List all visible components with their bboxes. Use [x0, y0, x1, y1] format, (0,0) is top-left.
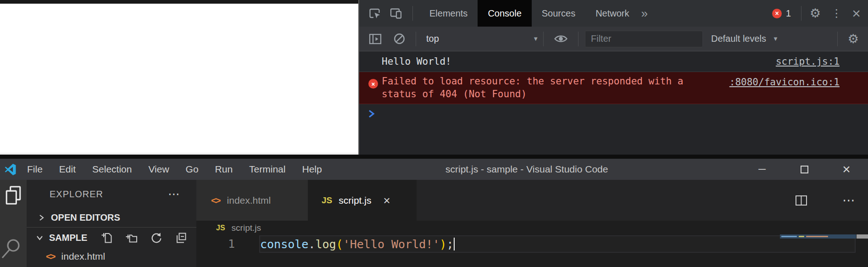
error-icon: × — [368, 79, 378, 89]
new-file-icon[interactable] — [100, 232, 113, 245]
minimap[interactable] — [780, 234, 856, 239]
console-prompt[interactable] — [359, 104, 868, 120]
devtools-settings-gear-icon[interactable]: ⚙ — [810, 6, 821, 21]
menu-run[interactable]: Run — [207, 159, 241, 180]
editor-actions: ⋯ — [795, 180, 868, 221]
console-settings-gear-icon[interactable]: ⚙ — [848, 32, 859, 46]
vscode-titlebar: File Edit Selection View Go Run Terminal… — [0, 159, 868, 180]
code-token: console — [260, 238, 308, 251]
tab-console[interactable]: Console — [478, 0, 531, 27]
vscode-logo-icon — [5, 164, 16, 175]
search-icon[interactable] — [1, 238, 22, 260]
devtools-close-icon[interactable]: × — [852, 6, 861, 21]
screen: Elements Console Sources Network » × 1 ⚙… — [0, 0, 868, 267]
section-label: OPEN EDITORS — [51, 212, 120, 223]
clear-console-icon[interactable] — [393, 33, 406, 45]
code-token: ; — [446, 238, 453, 251]
sidebar-title: EXPLORER — [50, 189, 103, 200]
menu-view[interactable]: View — [140, 159, 177, 180]
code-area[interactable]: 1 console.log('Hello World!'); — [196, 235, 868, 267]
chevron-down-icon — [36, 234, 44, 242]
divider — [801, 6, 801, 21]
vscode-body: EXPLORER ⋯ OPEN EDITORS SAMPLE — [0, 180, 868, 267]
error-badge-icon[interactable]: × — [772, 9, 782, 18]
devtools-menu-kebab-icon[interactable]: ⋮ — [831, 7, 842, 20]
new-folder-icon[interactable] — [125, 232, 138, 245]
code-token: log — [315, 238, 336, 251]
code-line-1[interactable]: console.log('Hello World!'); — [260, 235, 455, 253]
inspect-element-icon[interactable] — [368, 7, 381, 20]
tab-index-html[interactable]: <> index.html — [196, 180, 308, 221]
live-expression-eye-icon[interactable] — [554, 34, 568, 44]
source-link-favicon[interactable]: :8080/favicon.ico:1 — [729, 77, 840, 88]
editor-more-actions-icon[interactable]: ⋯ — [842, 193, 855, 208]
javascript-context-selector[interactable]: top ▼ — [416, 27, 543, 51]
console-sidebar-toggle-icon[interactable] — [368, 33, 382, 45]
window-controls: ─ × — [741, 159, 868, 180]
html-file-icon: <> — [211, 195, 221, 206]
tab-script-js[interactable]: JS script.js × — [308, 180, 417, 221]
console-messages-area[interactable]: Hello World! script.js:1 × Failed to loa… — [359, 51, 868, 155]
divider — [412, 6, 413, 21]
divider — [543, 32, 544, 46]
tab-sources[interactable]: Sources — [532, 0, 585, 27]
source-link-script-js[interactable]: script.js:1 — [776, 56, 840, 67]
explorer-actions — [100, 232, 187, 245]
code-token: ) — [440, 238, 446, 251]
code-token: ( — [336, 238, 343, 251]
tab-label: index.html — [227, 195, 271, 206]
window-gap — [0, 155, 868, 159]
menu-file[interactable]: File — [19, 159, 51, 180]
divider — [578, 32, 579, 46]
divider — [837, 32, 838, 46]
section-open-editors[interactable]: OPEN EDITORS — [27, 208, 196, 227]
console-log-text: Hello World! — [382, 56, 451, 67]
explorer-files-icon[interactable] — [5, 185, 22, 206]
split-editor-icon[interactable] — [795, 195, 807, 206]
explorer-sidebar: EXPLORER ⋯ OPEN EDITORS SAMPLE — [27, 180, 196, 267]
chevron-down-icon: ▼ — [533, 35, 539, 42]
log-levels-value: Default levels — [711, 33, 766, 44]
minimap-code-mark — [799, 236, 804, 237]
menu-help[interactable]: Help — [294, 159, 330, 180]
menu-selection[interactable]: Selection — [84, 159, 140, 180]
file-item-index-html[interactable]: <> index.html — [27, 248, 196, 265]
browser-window-top-edge — [0, 0, 358, 4]
console-error-row: × Failed to load resource: the server re… — [359, 72, 868, 104]
tab-close-icon[interactable]: × — [383, 195, 390, 206]
menu-terminal[interactable]: Terminal — [241, 159, 294, 180]
close-button[interactable]: × — [825, 159, 868, 180]
section-sample[interactable]: SAMPLE — [27, 228, 196, 248]
tab-network[interactable]: Network — [585, 0, 639, 27]
sidebar-more-actions-icon[interactable]: ⋯ — [168, 187, 180, 201]
collapse-folders-icon[interactable] — [174, 232, 187, 245]
vscode-window: File Edit Selection View Go Run Terminal… — [0, 159, 868, 267]
text-cursor — [454, 238, 455, 250]
window-title: script.js - sample - Visual Studio Code — [445, 159, 608, 180]
maximize-button[interactable] — [783, 159, 825, 180]
sidebar-header: EXPLORER ⋯ — [27, 180, 196, 208]
menu-edit[interactable]: Edit — [51, 159, 84, 180]
minimize-button[interactable]: ─ — [741, 159, 783, 180]
browser-blank-page[interactable] — [0, 4, 358, 155]
minimap-code-mark — [806, 236, 828, 237]
editor-group: <> index.html JS script.js × ⋯ — [196, 180, 868, 267]
breadcrumb[interactable]: JS script.js — [216, 221, 868, 235]
console-filter-input[interactable] — [585, 31, 703, 47]
js-file-icon: JS — [322, 196, 332, 205]
refresh-icon[interactable] — [150, 232, 162, 245]
devtools-tab-bar: Elements Console Sources Network » × 1 ⚙… — [359, 0, 868, 27]
maximize-icon — [801, 166, 808, 173]
tab-elements[interactable]: Elements — [419, 0, 478, 27]
js-file-icon: JS — [216, 224, 225, 232]
devtools-panel: Elements Console Sources Network » × 1 ⚙… — [358, 0, 868, 155]
more-tabs-icon[interactable]: » — [641, 6, 648, 21]
editor-scrollbar-thumb[interactable] — [857, 234, 868, 239]
minimap-code-mark — [781, 236, 797, 237]
device-toolbar-icon[interactable] — [389, 7, 402, 20]
code-token: . — [308, 238, 315, 251]
error-count[interactable]: 1 — [786, 8, 791, 19]
menu-go[interactable]: Go — [178, 159, 207, 180]
log-levels-dropdown[interactable]: Default levels ▼ — [711, 33, 779, 44]
chevron-down-icon: ▼ — [773, 35, 779, 42]
